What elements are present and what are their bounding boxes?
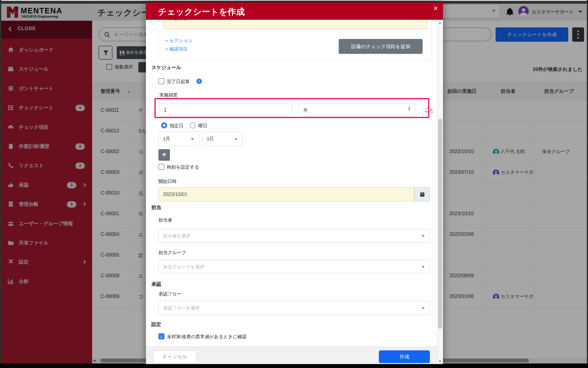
modal-scrollbar[interactable]: ▲ ▼ <box>437 20 443 364</box>
close-icon[interactable]: ✕ <box>433 5 438 12</box>
scroll-down-icon: ▼ <box>438 359 441 363</box>
add-date-button[interactable]: + <box>158 149 170 161</box>
create-checksheet-modal: チェック + セクション + 確認項目 設備のチェック項目を追加 スケジュール … <box>146 2 443 364</box>
assignee-placeholder: 担当者を選択 <box>163 233 190 239</box>
approval-heading: 承認 <box>151 281 161 288</box>
assignee-label: 担当者 <box>158 217 172 223</box>
cancel-button[interactable]: キャンセル <box>153 350 197 363</box>
assign-group-select[interactable]: 担当グループを選択 <box>158 260 430 273</box>
start-datetime-label: 開始日時 <box>158 179 177 184</box>
approval-flow-placeholder: 承認フローを選択 <box>163 305 200 311</box>
day-select[interactable]: 1日 <box>202 131 243 146</box>
assign-heading: 担当 <box>151 205 161 211</box>
frequency-label: 実施頻度 <box>159 92 178 98</box>
add-section-link[interactable]: + セクション <box>165 38 193 44</box>
specified-date-label: 指定日 <box>170 123 183 129</box>
weekday-label: 曜日 <box>198 123 207 129</box>
completion-basis-label: 完了日起算 <box>167 79 190 85</box>
approval-flow-label: 承認フロー <box>158 291 182 297</box>
month-select[interactable]: 1月 <box>158 131 199 146</box>
start-date-input[interactable]: 2023/10/01 <box>158 187 414 202</box>
calendar-icon <box>420 192 425 197</box>
approval-flow-select[interactable]: 承認フローを選択 <box>158 301 430 315</box>
weekday-radio[interactable] <box>190 122 196 128</box>
chevron-down-icon <box>234 138 237 140</box>
scroll-up-icon: ▲ <box>438 21 441 24</box>
chevron-down-icon <box>422 307 425 309</box>
chevron-down-icon <box>191 138 194 140</box>
frequency-highlight-box <box>154 98 429 118</box>
info-icon[interactable]: i <box>196 79 202 84</box>
calendar-button[interactable] <box>414 187 430 202</box>
window-frame-right <box>587 0 588 368</box>
day-value: 1日 <box>207 136 214 142</box>
specified-date-radio[interactable] <box>161 122 167 128</box>
month-value: 1月 <box>163 136 170 142</box>
set-time-checkbox[interactable] <box>158 164 164 170</box>
confirm-anomaly-checkbox[interactable]: ✓ <box>158 333 164 339</box>
completion-basis-checkbox[interactable] <box>158 78 164 84</box>
create-button[interactable]: 作成 <box>379 350 430 363</box>
assign-group-placeholder: 担当グループを選択 <box>163 264 204 270</box>
add-item-link[interactable]: + 確認項目 <box>165 46 188 52</box>
add-equipment-items-button[interactable]: 設備のチェック項目を追加 <box>339 39 423 54</box>
assign-group-label: 担当グループ <box>158 250 186 256</box>
set-time-label: 時刻を設定する <box>167 164 199 170</box>
window-frame-bottom <box>0 363 588 368</box>
modal-footer: キャンセル 作成 <box>146 346 437 364</box>
schedule-heading: スケジュール <box>151 65 181 71</box>
modal-title: チェックシートを作成 <box>158 6 245 18</box>
assignee-select[interactable]: 担当者を選択 <box>158 229 430 243</box>
modal-scrollbar-thumb[interactable] <box>438 119 442 329</box>
settings-heading: 設定 <box>151 321 161 328</box>
modal-header: チェックシートを作成 ✕ <box>146 2 443 20</box>
confirm-anomaly-label: 未対策/改善の異常値があるときに確認 <box>167 334 247 340</box>
chevron-down-icon <box>422 235 425 237</box>
chevron-down-icon <box>422 266 425 268</box>
